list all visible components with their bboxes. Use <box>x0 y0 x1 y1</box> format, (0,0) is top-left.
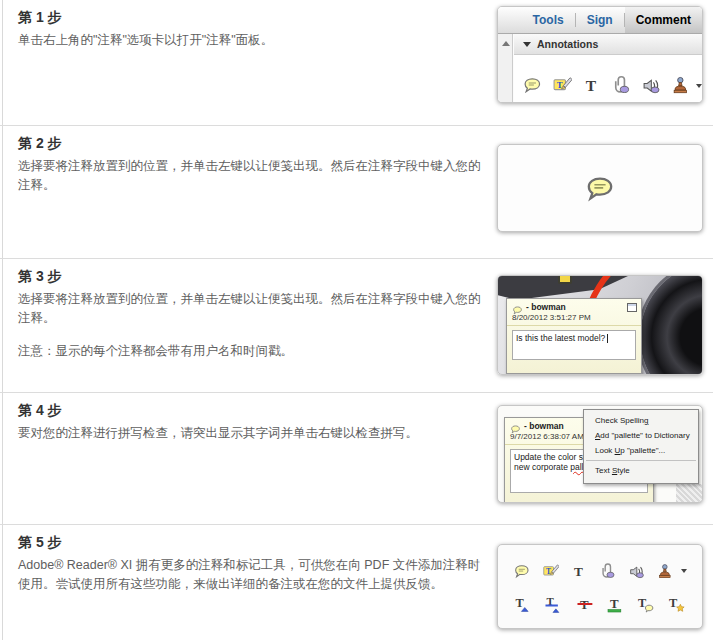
sticky-note-icon[interactable] <box>513 561 531 582</box>
sticky-note-popup: - bowman 8/20/2012 3:51:27 PM Is this th… <box>506 298 642 374</box>
step-1-heading: 第 1 步 <box>18 9 486 27</box>
menu-item-look-up[interactable]: Look Up "pallette"... <box>584 443 698 458</box>
step-5-screenshot: T T T T T T T T <box>497 544 703 629</box>
tab-comment-label: Comment <box>636 13 691 27</box>
tab-bar-spacer <box>498 7 522 33</box>
step-2-screenshot <box>497 144 703 232</box>
attach-file-icon[interactable] <box>599 561 617 582</box>
collapse-triangle-icon <box>523 42 531 47</box>
step-4-heading: 第 4 步 <box>18 402 486 420</box>
sticky-note-icon <box>584 173 616 203</box>
note-timestamp: 8/20/2012 3:51:27 PM <box>507 312 641 326</box>
highlight-text-icon[interactable]: T <box>542 561 560 582</box>
step-2-section: 第 2 步 选择要将注释放置到的位置，并单击左键以让便笺出现。然后在注释字段中键… <box>0 125 713 258</box>
note-author: - bowman <box>524 421 564 431</box>
record-audio-icon[interactable] <box>641 75 662 96</box>
minimize-note-icon[interactable] <box>627 303 637 312</box>
menu-text: Look <box>595 446 615 455</box>
step-2-body: 选择要将注释放置到的位置，并单击左键以让便笺出现。然后在注释字段中键入您的注释。 <box>18 157 486 195</box>
annotations-header[interactable]: Annotations <box>514 34 702 55</box>
annotation-tools-row: T T <box>513 556 687 586</box>
step-3-section: 第 3 步 选择要将注释放置到的位置，并单击左键以让便笺出现。然后在注释字段中键… <box>0 258 713 392</box>
menu-text: Check Spellin <box>595 416 644 425</box>
add-text-icon[interactable]: T <box>570 561 588 582</box>
stamp-dropdown-icon[interactable] <box>696 84 702 88</box>
svg-text:T: T <box>574 564 583 579</box>
step-5-body: Adobe® Reader® XI 拥有更多的注释和标记工具，可供您在向 PDF… <box>18 556 486 594</box>
scroll-up-icon[interactable] <box>502 41 510 46</box>
sticky-note-icon[interactable] <box>522 75 543 96</box>
step-2-text: 第 2 步 选择要将注释放置到的位置，并单击左键以让便笺出现。然后在注释字段中键… <box>18 135 486 195</box>
step-5-section: 第 5 步 Adobe® Reader® XI 拥有更多的注释和标记工具，可供您… <box>0 524 713 640</box>
note-text-line2-pre: new corporate <box>514 462 570 472</box>
step-1-text: 第 1 步 单击右上角的"注释"选项卡以打开"注释"面板。 <box>18 9 486 50</box>
reader-tab-bar: Tools Sign Comment <box>498 7 702 34</box>
note-header: - bowman <box>507 299 641 312</box>
step-3-heading: 第 3 步 <box>18 268 486 286</box>
highlight-text-icon[interactable]: T <box>552 75 573 96</box>
note-bubble-icon <box>510 421 521 431</box>
step-2-heading: 第 2 步 <box>18 135 486 153</box>
menu-separator <box>586 460 696 461</box>
add-text-icon[interactable]: T <box>581 75 602 96</box>
stamp-dropdown-icon[interactable] <box>681 569 687 573</box>
text-star-icon[interactable]: T <box>667 594 687 615</box>
annotations-panel: Annotations T T <box>514 34 702 103</box>
step-3-text: 第 3 步 选择要将注释放置到的位置，并单击左键以让便笺出现。然后在注释字段中键… <box>18 268 486 361</box>
step-4-text: 第 4 步 要对您的注释进行拼写检查，请突出显示其字词并单击右键以检查拼写。 <box>18 402 486 443</box>
panel-scrollbar[interactable] <box>498 34 513 103</box>
note-text-input[interactable]: Is this the latest model? <box>512 330 636 360</box>
tab-comment[interactable]: Comment <box>625 7 702 33</box>
note-author: - bowman <box>526 302 566 312</box>
markup-tools-row: T T T T T T <box>513 589 687 619</box>
note-bubble-icon <box>512 302 523 312</box>
svg-text:T: T <box>586 77 597 94</box>
text-cursor <box>607 334 608 343</box>
page-hatch-corner <box>676 484 702 502</box>
insert-text-icon[interactable]: T <box>513 594 533 615</box>
step-1-section: 第 1 步 单击右上角的"注释"选项卡以打开"注释"面板。 Tools Sign… <box>0 0 713 125</box>
menu-item-text-style[interactable]: Text Style <box>584 463 698 478</box>
add-note-to-text-icon[interactable]: T <box>636 594 656 615</box>
svg-text:T: T <box>610 596 619 610</box>
comment-panel: Annotations T T <box>498 34 702 103</box>
step-3-screenshot: - bowman 8/20/2012 3:51:27 PM Is this th… <box>497 275 703 375</box>
annotations-header-label: Annotations <box>537 38 598 50</box>
step-4-section: 第 4 步 要对您的注释进行拼写检查，请突出显示其字词并单击右键以检查拼写。 -… <box>0 392 713 524</box>
tab-sign[interactable]: Sign <box>576 7 624 33</box>
sticky-note-marker-icon[interactable] <box>558 275 572 284</box>
menu-item-check-spelling[interactable]: Check Spelling <box>584 413 698 428</box>
step-5-text: 第 5 步 Adobe® Reader® XI 拥有更多的注释和标记工具，可供您… <box>18 534 486 594</box>
menu-accel: g <box>644 416 648 425</box>
step-5-heading: 第 5 步 <box>18 534 486 552</box>
step-4-body: 要对您的注释进行拼写检查，请突出显示其字词并单击右键以检查拼写。 <box>18 424 486 443</box>
menu-text: dd "pallette" to Dictionary <box>600 431 689 440</box>
note-text: Is this the latest model? <box>516 333 605 343</box>
menu-text: Text <box>595 466 612 475</box>
tab-tools[interactable]: Tools <box>522 7 575 33</box>
attach-file-icon[interactable] <box>611 75 632 96</box>
step-1-body: 单击右上角的"注释"选项卡以打开"注释"面板。 <box>18 31 486 50</box>
tab-sign-label: Sign <box>587 13 613 27</box>
context-menu: Check Spelling Add "pallette" to Diction… <box>583 409 699 484</box>
record-audio-icon[interactable] <box>628 561 646 582</box>
tutorial-page: 第 1 步 单击右上角的"注释"选项卡以打开"注释"面板。 Tools Sign… <box>0 0 713 640</box>
svg-text:T: T <box>669 595 678 609</box>
replace-text-icon[interactable]: T <box>544 594 564 615</box>
step-4-screenshot: - bowman 9/7/2012 6:38:07 AM Update the … <box>497 405 703 503</box>
menu-item-add-to-dictionary[interactable]: Add "pallette" to Dictionary <box>584 428 698 443</box>
stamp-icon[interactable] <box>670 75 691 96</box>
step-3-body: 选择要将注释放置到的位置，并单击左键以让便笺出现。然后在注释字段中键入您的注释。 <box>18 290 486 328</box>
strikethrough-icon[interactable]: T <box>575 594 595 615</box>
stamp-icon[interactable] <box>656 561 674 582</box>
step-1-screenshot: Tools Sign Comment Annotations <box>497 6 703 103</box>
tab-tools-label: Tools <box>533 13 564 27</box>
svg-text:T: T <box>515 595 524 609</box>
menu-text: p "pallette"... <box>620 446 665 455</box>
underline-icon[interactable]: T <box>605 594 625 615</box>
annotations-toolbar: T T <box>514 55 702 103</box>
menu-text: tyle <box>617 466 629 475</box>
step-3-note: 注意：显示的每个注释都会带有用户名和时间戳。 <box>18 342 486 361</box>
